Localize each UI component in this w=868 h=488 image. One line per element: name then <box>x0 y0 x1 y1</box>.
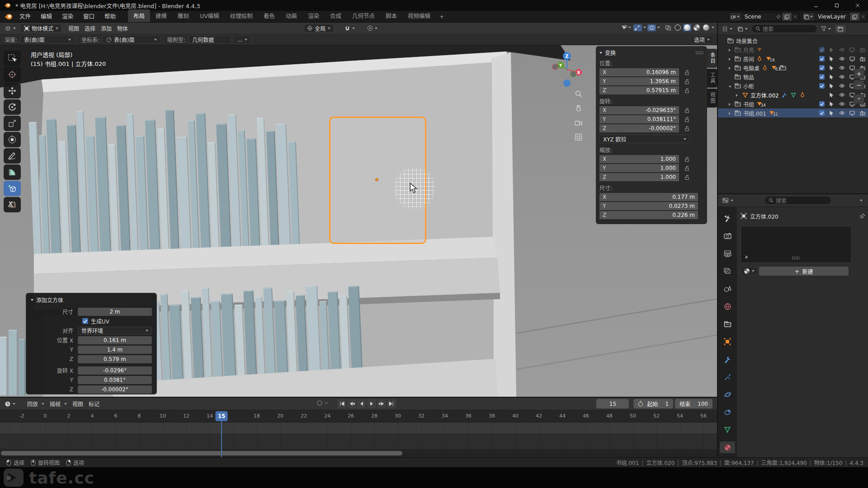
pin-icon[interactable] <box>859 213 865 219</box>
workspace-tab-7[interactable]: 渲染 <box>302 9 325 22</box>
camera-toggle-icon[interactable] <box>859 47 866 52</box>
rotation-mode-dropdown[interactable]: XYZ 欧拉 <box>599 135 690 143</box>
current-frame-badge[interactable]: 15 <box>216 411 228 421</box>
scale-tool-button[interactable] <box>4 116 21 131</box>
properties-tab-constraints[interactable] <box>720 406 735 418</box>
generate-uv-checkbox[interactable]: 生成UV <box>82 317 109 325</box>
workspace-tab-3[interactable]: UV编辑 <box>194 9 225 22</box>
viewport-3d[interactable]: 用户透视 (局部) (15) 书组.001 | 立方体.020 Z Y X <box>0 45 717 397</box>
dimension-x-field[interactable]: X0.177 m <box>599 193 698 201</box>
eye-toggle-icon[interactable] <box>838 111 845 115</box>
frame-start-field[interactable]: 起始1 <box>633 399 673 408</box>
minimize-button[interactable] <box>806 0 826 11</box>
workspace-tab-8[interactable]: 合成 <box>325 9 347 22</box>
properties-tab-material[interactable] <box>720 441 735 453</box>
ortho-grid-icon[interactable] <box>573 132 583 142</box>
outliner-item-name[interactable]: 月亮 <box>743 46 754 54</box>
location-x-field[interactable]: X0.16096 m <box>599 68 679 76</box>
rotation-z-field[interactable]: Z-0.00002° <box>599 124 679 132</box>
timeline-editor-type-button[interactable] <box>2 399 18 408</box>
outliner-item-name[interactable]: 书组.001 <box>743 109 766 117</box>
outliner-row-6[interactable]: 立方体.002 <box>718 90 868 99</box>
timeline-tracks[interactable] <box>0 422 717 449</box>
n-panel-tab-0[interactable]: 条目 <box>707 49 717 68</box>
location-z-lock-icon[interactable] <box>684 88 690 94</box>
viewport-menu-2[interactable]: 添加 <box>98 24 114 33</box>
blender-menu-icon[interactable] <box>4 13 13 20</box>
overlays-toggle[interactable] <box>647 24 656 31</box>
outliner-filter-button[interactable] <box>820 24 832 33</box>
workspace-tab-0[interactable]: 布局 <box>128 9 150 22</box>
viewport-menu-1[interactable]: 选择 <box>82 24 98 33</box>
outliner-row-4[interactable]: 物品 <box>718 72 868 81</box>
viewlayer-selector[interactable]: ViewLayer × <box>802 12 867 21</box>
expander[interactable] <box>729 83 734 89</box>
exclude-checkbox[interactable] <box>819 74 825 80</box>
viewlayer-icon[interactable] <box>802 12 814 21</box>
frame-end-field[interactable]: 结束100 <box>675 399 712 408</box>
eye-toggle-icon[interactable] <box>838 75 845 79</box>
shading-wireframe-button[interactable] <box>674 24 682 31</box>
drag-dots[interactable] <box>695 51 703 55</box>
editor-type-button[interactable] <box>2 24 19 33</box>
location-x-lock-icon[interactable] <box>684 70 690 75</box>
annotate-tool-button[interactable] <box>4 148 21 164</box>
workspace-tab-9[interactable]: 几何节点 <box>347 9 380 22</box>
close-button[interactable] <box>847 0 868 11</box>
properties-tab-modifier[interactable] <box>720 353 735 365</box>
scene-unlink-icon[interactable]: × <box>792 12 799 21</box>
viewlayer-copy-button[interactable] <box>849 12 859 21</box>
properties-tab-output[interactable] <box>720 248 735 259</box>
depth-dropdown[interactable]: 表(曲)面 <box>20 35 75 44</box>
properties-tab-tool[interactable] <box>720 212 735 224</box>
viewlayer-remove-icon[interactable]: × <box>859 12 867 21</box>
cursor-toggle-icon[interactable] <box>828 56 835 61</box>
cursor-toggle-icon[interactable] <box>828 65 835 70</box>
timeline-menu-3[interactable]: 标记 <box>86 399 102 408</box>
outliner-filter-mode-button[interactable] <box>736 24 749 33</box>
menubar-menu-3[interactable]: 窗口 <box>78 10 99 22</box>
properties-search-input[interactable]: 搜索 <box>764 196 831 205</box>
timeline-menu-2[interactable]: 视图 <box>70 399 86 408</box>
select-box-tool-button[interactable] <box>4 51 21 66</box>
prev-frame-button[interactable] <box>357 399 366 408</box>
menubar-menu-4[interactable]: 帮助 <box>99 10 121 22</box>
rotation-y-lock-icon[interactable] <box>684 117 690 122</box>
rotation-x-lock-icon[interactable] <box>684 108 690 113</box>
auto-keying-toggle[interactable] <box>316 400 328 406</box>
viewport-menu-0[interactable]: 视图 <box>66 24 82 33</box>
scale-x-lock-icon[interactable] <box>684 156 690 162</box>
exclude-checkbox[interactable] <box>819 47 825 52</box>
outliner-item-name[interactable]: 房间 <box>743 55 754 63</box>
operator-row-field[interactable]: -0.00002° <box>78 385 152 394</box>
monitor-toggle-icon[interactable] <box>849 47 856 52</box>
size-field[interactable]: 2 m <box>78 308 152 316</box>
operator-row-field[interactable]: 0.579 m <box>78 355 152 363</box>
menubar-menu-1[interactable]: 编辑 <box>36 10 57 22</box>
workspace-tab-11[interactable]: 视频编辑 <box>402 9 436 22</box>
play-button[interactable] <box>367 399 376 408</box>
shading-rendered-button[interactable] <box>702 24 710 31</box>
outliner-row-5[interactable]: 小柜 <box>718 81 868 90</box>
monitor-toggle-icon[interactable] <box>849 56 856 61</box>
location-y-lock-icon[interactable] <box>684 79 690 84</box>
outliner-display-mode-button[interactable] <box>721 24 734 33</box>
outliner-row-2[interactable]: 房间16 <box>718 54 868 63</box>
operator-row-field[interactable]: -0.0296° <box>78 366 152 375</box>
outliner-row-7[interactable]: 书组34 <box>718 99 868 108</box>
exclude-checkbox[interactable] <box>819 56 825 61</box>
new-collection-button[interactable] <box>835 24 846 33</box>
shading-material-button[interactable] <box>693 24 701 31</box>
mode-dropdown[interactable]: 物体模式 <box>20 24 62 33</box>
outliner-item-name[interactable]: 物品 <box>743 73 754 81</box>
expander[interactable] <box>729 65 734 71</box>
expander[interactable] <box>729 56 734 62</box>
zoom-icon[interactable] <box>573 89 583 99</box>
proportional-editing-toggle[interactable] <box>364 24 380 33</box>
rotation-y-field[interactable]: Y0.038111° <box>599 115 679 123</box>
operator-row-field[interactable]: 1.4 m <box>78 346 152 354</box>
scale-x-field[interactable]: X1.000 <box>599 155 679 163</box>
new-material-button[interactable]: +新建 <box>759 267 849 276</box>
timeline-scrollbar[interactable] <box>1 451 402 455</box>
properties-tab-world[interactable] <box>720 300 735 312</box>
